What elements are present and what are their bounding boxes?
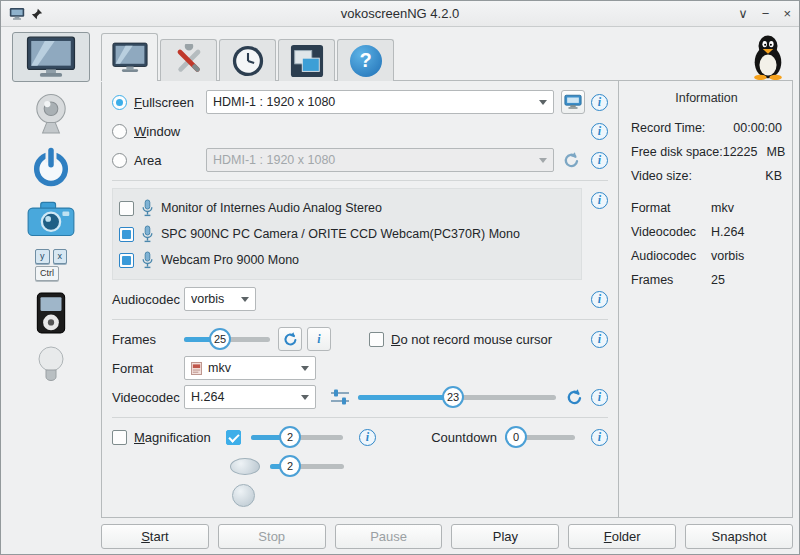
frames-value: 25	[214, 333, 226, 345]
free-disk-row: Free disk space: 12225 MB	[631, 145, 782, 159]
frames-reset-button[interactable]	[278, 327, 302, 351]
quality-slider-handle[interactable]: 23	[442, 386, 464, 408]
audio-device-row[interactable]: Monitor of Internes Audio Analog Stereo	[119, 195, 575, 221]
tab-screen[interactable]	[101, 33, 158, 81]
shade-button[interactable]: ∨	[738, 7, 748, 20]
fullscreen-row: Fullscreen HDMI-1 : 1920 x 1080	[112, 90, 608, 114]
tab-help[interactable]: ?	[337, 39, 394, 81]
sidebar-item-webcam[interactable]	[31, 93, 71, 135]
tab-windows[interactable]	[278, 39, 335, 81]
info-videocodec-value: H.264	[711, 225, 744, 239]
magnification-size-handle[interactable]: 2	[279, 455, 301, 477]
audio-device-label: Monitor of Internes Audio Analog Stereo	[161, 201, 382, 215]
frames-slider[interactable]: 25	[184, 327, 270, 351]
separator	[112, 180, 608, 181]
audio-device-label: Webcam Pro 9000 Mono	[161, 253, 299, 267]
play-button[interactable]: Play	[451, 524, 559, 549]
window-radio[interactable]	[112, 124, 127, 139]
sidebar: y x Ctrl	[1, 27, 101, 554]
magnification-checkbox[interactable]	[112, 430, 127, 445]
area-radio[interactable]	[112, 153, 127, 168]
tab-timer[interactable]	[219, 39, 276, 81]
info-icon[interactable]: i	[359, 429, 376, 446]
folder-button[interactable]: Folder	[568, 524, 676, 549]
audio-device-checkbox[interactable]	[119, 227, 134, 242]
info-icon[interactable]: i	[591, 94, 608, 111]
info-audiocodec-value: vorbis	[711, 249, 744, 263]
audio-device-row[interactable]: Webcam Pro 9000 Mono	[119, 247, 575, 273]
frames-label: Frames	[112, 332, 184, 347]
countdown-slider-handle[interactable]: 0	[505, 426, 527, 448]
stop-button: Stop	[218, 524, 326, 549]
info-frames-value: 25	[711, 273, 725, 287]
info-icon: i	[317, 332, 320, 347]
info-icon[interactable]: i	[591, 331, 608, 348]
minimize-button[interactable]: −	[762, 7, 770, 20]
info-icon[interactable]: i	[591, 389, 608, 406]
area-select: HDMI-1 : 1920 x 1080	[206, 148, 554, 172]
magnification-shape-ellipse[interactable]	[230, 458, 260, 475]
audio-device-checkbox[interactable]	[119, 201, 134, 216]
audio-device-checkbox[interactable]	[119, 253, 134, 268]
info-icon[interactable]: i	[591, 152, 608, 169]
frames-info-button[interactable]: i	[307, 327, 331, 351]
pin-icon[interactable]	[31, 8, 43, 20]
sidebar-item-systray[interactable]	[34, 345, 68, 385]
audio-device-list: Monitor of Internes Audio Analog Stereo	[112, 188, 582, 280]
reset-icon	[283, 332, 298, 347]
magnification-value: 2	[287, 431, 293, 443]
info-icon[interactable]: i	[591, 429, 608, 446]
area-select-value: HDMI-1 : 1920 x 1080	[213, 153, 533, 167]
close-button[interactable]: ×	[783, 7, 791, 20]
fullscreen-label: Fullscreen	[134, 95, 206, 110]
media-player-icon	[36, 292, 66, 334]
info-frames-row: Frames 25	[631, 273, 782, 287]
info-audiocodec-row: Audiocodec vorbis	[631, 249, 782, 263]
audio-device-row[interactable]: SPC 900NC PC Camera / ORITE CCD Webcam(P…	[119, 221, 575, 247]
quality-reset-icon[interactable]	[566, 389, 583, 406]
videocodec-select[interactable]: H.264	[184, 385, 316, 409]
magnification-size-slider[interactable]: 2	[270, 454, 344, 478]
microphone-icon	[141, 225, 154, 244]
sidebar-item-player[interactable]	[36, 292, 66, 334]
info-icon[interactable]: i	[591, 291, 608, 308]
fullscreen-select[interactable]: HDMI-1 : 1920 x 1080	[206, 90, 554, 114]
sidebar-item-camera[interactable]	[27, 201, 75, 238]
magnification-row: Magnification 2 i Countdown	[112, 425, 608, 449]
videocodec-quality-slider[interactable]: 23	[358, 385, 556, 409]
format-select[interactable]: mkv	[184, 356, 316, 380]
audiocodec-row: Audiocodec vorbis i	[112, 287, 608, 311]
magnification-slider[interactable]: 2	[251, 425, 343, 449]
snapshot-button[interactable]: Snapshot	[685, 524, 793, 549]
start-button[interactable]: Start	[101, 524, 209, 549]
sidebar-item-record[interactable]	[29, 146, 73, 190]
windows-icon	[290, 44, 324, 78]
mouse-cursor-checkbox[interactable]	[369, 332, 384, 347]
sidebar-item-hotkeys[interactable]: y x Ctrl	[35, 249, 67, 281]
area-row: Area HDMI-1 : 1920 x 1080 i	[112, 148, 608, 172]
window-row: Window i	[112, 119, 608, 143]
area-reset-icon[interactable]	[563, 152, 580, 169]
screen-select-button[interactable]	[561, 90, 585, 114]
quality-value: 23	[447, 391, 459, 403]
help-icon: ?	[350, 45, 382, 77]
fullscreen-radio[interactable]	[112, 95, 127, 110]
magnification-shape-checkbox[interactable]	[226, 430, 241, 445]
magnification-slider-handle[interactable]: 2	[279, 426, 301, 448]
countdown-label: Countdown	[431, 430, 497, 445]
magnification-shape-circle[interactable]	[232, 484, 255, 507]
dropdown-arrow-icon	[539, 100, 547, 105]
audiocodec-label: Audiocodec	[112, 292, 184, 307]
free-disk-value: 12225	[723, 145, 758, 159]
info-icon[interactable]: i	[591, 192, 608, 209]
free-disk-label: Free disk space:	[631, 145, 723, 159]
sidebar-item-screen[interactable]	[12, 32, 90, 82]
record-time-value: 00:00:00	[733, 121, 782, 135]
format-select-value: mkv	[208, 361, 295, 375]
tab-tools[interactable]	[160, 39, 217, 81]
magnification-shape-row: 2	[230, 454, 608, 478]
frames-slider-handle[interactable]: 25	[209, 328, 231, 350]
audiocodec-select[interactable]: vorbis	[184, 287, 256, 311]
countdown-slider[interactable]: 0	[505, 425, 575, 449]
info-icon[interactable]: i	[591, 123, 608, 140]
